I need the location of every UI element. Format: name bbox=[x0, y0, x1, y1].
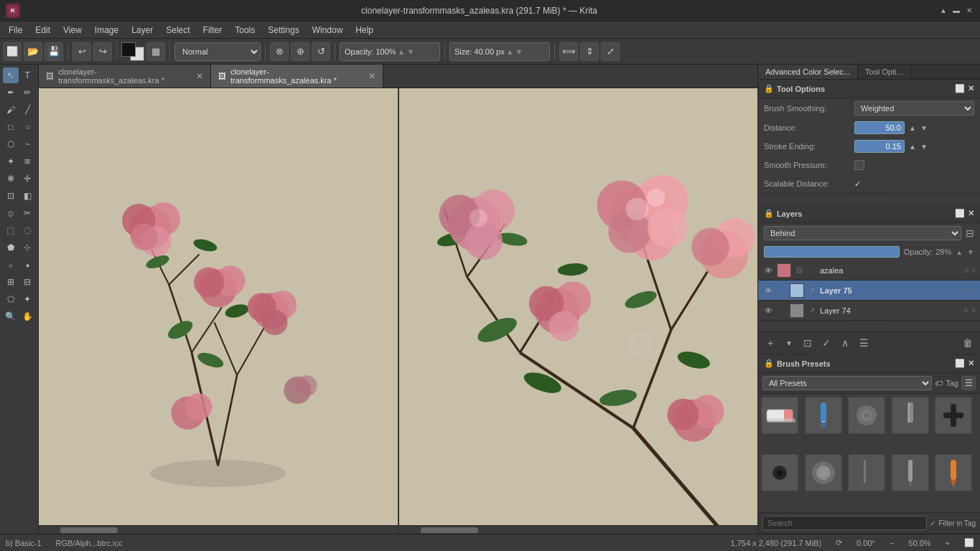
ellipse-tool[interactable]: ○ bbox=[20, 119, 36, 135]
redo-button[interactable]: ↪ bbox=[93, 42, 112, 61]
zoom-in-button[interactable]: + bbox=[946, 539, 950, 547]
elliptical-select-tool[interactable]: ◌ bbox=[20, 222, 36, 238]
layers-opacity-bar[interactable] bbox=[764, 246, 900, 258]
scrollbar-thumb-h-left[interactable] bbox=[60, 527, 118, 533]
pattern-button[interactable]: ▦ bbox=[146, 42, 165, 61]
foreground-color-swatch[interactable] bbox=[121, 42, 136, 57]
move-tool[interactable]: ✛ bbox=[20, 171, 36, 187]
menu-window[interactable]: Window bbox=[307, 24, 349, 37]
brush-thumb-pen-medium[interactable] bbox=[848, 454, 885, 491]
brush-thumb-pencil-dark[interactable] bbox=[892, 397, 929, 434]
menu-file[interactable]: File bbox=[3, 24, 28, 37]
brush-presets-float-button[interactable]: ⬜ bbox=[955, 359, 965, 368]
opacity-down-arrow[interactable]: ▼ bbox=[967, 248, 974, 256]
layers-close-button[interactable]: ✕ bbox=[968, 209, 974, 218]
brush-thumb-pen-blue[interactable] bbox=[805, 397, 842, 434]
save-button[interactable]: 💾 bbox=[45, 42, 63, 61]
size-control[interactable]: Size: 40.00 px ▲ ▼ bbox=[449, 42, 550, 61]
move-layer-down-button[interactable]: ∧ bbox=[837, 335, 853, 351]
canvas-tab-2-close[interactable]: ✕ bbox=[368, 71, 375, 81]
bezier-select-tool[interactable]: ⊟ bbox=[20, 274, 36, 290]
copy-layer-button[interactable]: ⊡ bbox=[800, 335, 816, 351]
preserve-alpha-button[interactable]: ⊕ bbox=[291, 42, 309, 61]
layer-eye-75[interactable]: 👁 bbox=[762, 285, 774, 296]
smooth-pressure-checkbox[interactable] bbox=[854, 160, 864, 170]
stroke-ending-down[interactable]: ▼ bbox=[920, 143, 928, 151]
add-layer-button[interactable]: + bbox=[762, 335, 778, 351]
bezier-tool[interactable]: ✦ bbox=[3, 154, 19, 169]
multibrush-tool[interactable]: ❋ bbox=[3, 171, 19, 187]
menu-settings[interactable]: Settings bbox=[262, 24, 304, 37]
curve-tool[interactable]: ~ bbox=[20, 136, 36, 152]
menu-edit[interactable]: Edit bbox=[29, 24, 56, 37]
mirror-h-button[interactable]: ⟺ bbox=[559, 42, 578, 61]
line-tool[interactable]: ╱ bbox=[20, 102, 36, 118]
layer-item-74[interactable]: 👁 ↗ Layer 74 ⊛ ≡ bbox=[758, 301, 980, 321]
eyedropper-tool[interactable]: ✦ bbox=[20, 291, 36, 307]
maximize-button[interactable]: ▬ bbox=[951, 6, 961, 16]
layers-filter-icon[interactable]: ⊟ bbox=[966, 227, 974, 239]
minimize-button[interactable]: ▲ bbox=[938, 6, 948, 16]
canvas-view-left[interactable] bbox=[39, 88, 399, 534]
opacity-control[interactable]: Opacity: 100% ▲ ▼ bbox=[340, 42, 440, 61]
distance-spinbox[interactable]: 50.0 bbox=[854, 121, 905, 134]
close-button[interactable]: ✕ bbox=[964, 6, 974, 16]
open-button[interactable]: 📂 bbox=[24, 42, 42, 61]
brush-tool[interactable]: 🖌 bbox=[3, 102, 19, 118]
new-document-button[interactable]: ⬜ bbox=[3, 42, 22, 61]
dynamic-brush-tool[interactable]: ≋ bbox=[20, 154, 36, 169]
tool-options-float-button[interactable]: ⬜ bbox=[955, 84, 965, 93]
clear-button[interactable]: ⊗ bbox=[270, 42, 289, 61]
window-controls[interactable]: ▲ ▬ ✕ bbox=[938, 6, 974, 16]
brush-thumb-airbrush-light[interactable] bbox=[805, 454, 842, 491]
transform-tool[interactable]: ↖ bbox=[3, 67, 19, 83]
polygon-select-tool[interactable]: ⬟ bbox=[3, 240, 19, 255]
fit-canvas-button[interactable]: ⬜ bbox=[964, 538, 974, 547]
opacity-stepper-down[interactable]: ▼ bbox=[406, 47, 414, 56]
menu-help[interactable]: Help bbox=[350, 24, 379, 37]
polygon-tool[interactable]: ⬡ bbox=[3, 136, 19, 152]
rectangle-tool[interactable]: □ bbox=[3, 119, 19, 135]
similar-select-tool[interactable]: ⬧ bbox=[20, 257, 36, 273]
layer-item-azalea[interactable]: 👁 ⊡ azalea α ≡ bbox=[758, 260, 980, 281]
color-swatches[interactable] bbox=[121, 42, 144, 61]
layer-options-75[interactable]: ≡ bbox=[971, 286, 976, 294]
menu-view[interactable]: View bbox=[57, 24, 88, 37]
tab-tool-options[interactable]: Tool Opti... bbox=[858, 65, 911, 79]
reload-button[interactable]: ↺ bbox=[312, 42, 330, 61]
rectangular-select-tool[interactable]: ⬚ bbox=[3, 222, 19, 238]
scrollbar-h-right[interactable] bbox=[399, 525, 758, 534]
magnetic-select-tool[interactable]: ⊞ bbox=[3, 274, 19, 290]
mirror-v-button[interactable]: ⇕ bbox=[580, 42, 599, 61]
crop-tool[interactable]: ⊡ bbox=[3, 188, 19, 204]
canvas-tab-1-close[interactable]: ✕ bbox=[196, 71, 203, 81]
brush-thumb-airbrush-gray[interactable] bbox=[848, 397, 885, 434]
layer-eye-74[interactable]: 👁 bbox=[762, 305, 774, 316]
stroke-ending-up[interactable]: ▲ bbox=[909, 143, 916, 151]
layer-options-azalea[interactable]: ≡ bbox=[971, 266, 976, 274]
canvas-tab-2[interactable]: 🖼 clonelayer-transformmasks_azaleas.kra … bbox=[211, 65, 383, 88]
menu-layer[interactable]: Layer bbox=[126, 24, 159, 37]
smart-patch-tool[interactable]: ✂ bbox=[20, 205, 36, 221]
undo-button[interactable]: ↩ bbox=[73, 42, 91, 61]
calligraphy-tool[interactable]: ✒ bbox=[3, 85, 19, 100]
brush-thumb-eraser[interactable] bbox=[761, 397, 798, 434]
pan-tool[interactable]: ✋ bbox=[20, 309, 36, 324]
layer-item-75[interactable]: 👁 ↗ Layer 75 α ≡ bbox=[758, 281, 980, 301]
gradient-tool[interactable]: ◧ bbox=[20, 188, 36, 204]
brush-tag-select[interactable]: All Presets bbox=[762, 376, 932, 390]
contiguous-select-tool[interactable]: ⬦ bbox=[3, 257, 19, 273]
canvas-tab-1[interactable]: 🖼 clonelayer-transformmasks_azaleas.kra … bbox=[39, 65, 211, 88]
layers-float-button[interactable]: ⬜ bbox=[955, 209, 965, 218]
brush-thumb-pen-calligraphy[interactable] bbox=[935, 397, 972, 434]
layer-properties-button[interactable]: ☰ bbox=[856, 335, 872, 351]
menu-filter[interactable]: Filter bbox=[197, 24, 228, 37]
blend-mode-select[interactable]: Normal bbox=[174, 42, 261, 61]
scrollbar-thumb-h-right[interactable] bbox=[421, 527, 478, 533]
size-stepper-up[interactable]: ▲ bbox=[506, 47, 514, 56]
menu-image[interactable]: Image bbox=[89, 24, 124, 37]
opacity-up-arrow[interactable]: ▲ bbox=[956, 248, 963, 256]
canvas-view-right[interactable] bbox=[399, 88, 758, 534]
layer-eye-azalea[interactable]: 👁 bbox=[762, 265, 774, 276]
layer-options-74[interactable]: ≡ bbox=[971, 306, 976, 314]
